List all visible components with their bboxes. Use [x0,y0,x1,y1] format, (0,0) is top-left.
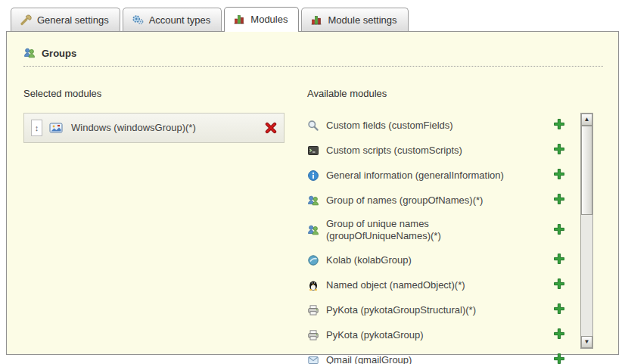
add-module-button[interactable] [553,223,565,235]
info-icon [307,170,319,182]
available-module-row: Kolab (kolabGroup) [307,247,576,272]
add-module-button[interactable] [553,193,565,205]
module-label: PyKota (pykotaGroup) [326,329,424,341]
selected-module-row[interactable]: ↕ Windows (windowsGroup)(*) [31,120,277,136]
magnifier-icon [307,120,319,132]
tab-label: Module settings [328,14,396,26]
scrollbar-track[interactable] [581,126,592,336]
available-modules-heading: Available modules [307,88,606,99]
module-label: General information (generalInformation) [326,170,504,182]
module-label: Windows (windowsGroup)(*) [71,122,196,134]
section-heading-groups: Groups [23,47,603,67]
add-module-button[interactable] [553,303,565,315]
groups-icon [23,47,36,59]
module-label: Custom scripts (customScripts) [326,145,462,157]
tab-general-settings[interactable]: General settings [11,8,120,31]
module-label: Named object (namedObject)(*) [326,279,465,291]
printer-icon [307,304,319,316]
module-label: Qmail (qmailGroup) [326,354,412,364]
module-label: Group of unique names (groupOfUniqueName… [326,218,441,242]
available-module-row: Named object (namedObject)(*) [307,272,576,297]
available-module-row: Custom scripts (customScripts) [307,138,576,163]
windows-icon [49,122,63,134]
available-module-row: Qmail (qmailGroup) [307,347,576,364]
tab-module-settings[interactable]: Module settings [301,8,408,31]
script-icon [307,145,319,157]
add-module-button[interactable] [553,143,565,155]
available-module-row: PyKota (pykotaGroupStructural)(*) [307,297,576,322]
section-title: Groups [42,48,76,59]
module-label: PyKota (pykotaGroupStructural)(*) [326,304,476,316]
available-module-row: Custom fields (customFields) [307,113,576,138]
tux-icon [307,279,319,291]
module-label: Custom fields (customFields) [326,120,453,132]
app-window: General settings Account types Modules M… [0,0,625,364]
available-modules-column: Available modules Custom fields (customF… [307,85,606,364]
selected-modules-heading: Selected modules [23,88,292,99]
scroll-up-button[interactable]: ▲ [581,114,592,126]
printer-icon [307,329,319,341]
module-label: Group of names (groupOfNames)(*) [326,194,483,207]
available-module-row: PyKota (pykotaGroup) [307,322,576,347]
scroll-down-button[interactable]: ▼ [581,336,592,348]
wrench-icon [20,14,32,26]
add-module-button[interactable] [553,118,565,130]
available-module-row: General information (generalInformation) [307,163,576,188]
selected-modules-column: Selected modules ↕ Windows (windowsGroup… [23,85,292,364]
remove-module-button[interactable] [265,122,277,134]
scrollbar-thumb[interactable] [581,126,592,215]
tab-label: Modules [250,14,288,25]
tab-modules[interactable]: Modules [224,7,299,32]
group-icon [307,194,319,207]
add-module-button[interactable] [553,278,565,290]
drag-handle[interactable]: ↕ [31,120,42,136]
chart-icon [310,14,322,26]
gears-icon [132,14,144,26]
tab-bar: General settings Account types Modules M… [0,0,625,31]
add-module-button[interactable] [553,328,565,340]
available-module-row: Group of names (groupOfNames)(*) [307,188,576,213]
tab-label: General settings [37,14,109,26]
available-modules-list: Custom fields (customFields) Custom scri… [307,113,576,364]
available-module-row: Group of unique names (groupOfUniqueName… [307,213,576,247]
module-label: Kolab (kolabGroup) [326,254,412,266]
modules-panel: Groups Selected modules ↕ Windows (windo… [6,31,619,355]
kolab-icon [307,254,319,266]
chart-icon [233,13,245,25]
selected-modules-box: ↕ Windows (windowsGroup)(*) [23,113,285,143]
mail-icon [307,354,319,364]
tab-label: Account types [149,14,211,26]
scrollbar[interactable]: ▲ ▼ [580,113,593,349]
add-module-button[interactable] [553,168,565,180]
add-module-button[interactable] [553,253,565,265]
add-module-button[interactable] [553,353,565,364]
group-icon [307,224,319,236]
tab-account-types[interactable]: Account types [123,8,222,31]
